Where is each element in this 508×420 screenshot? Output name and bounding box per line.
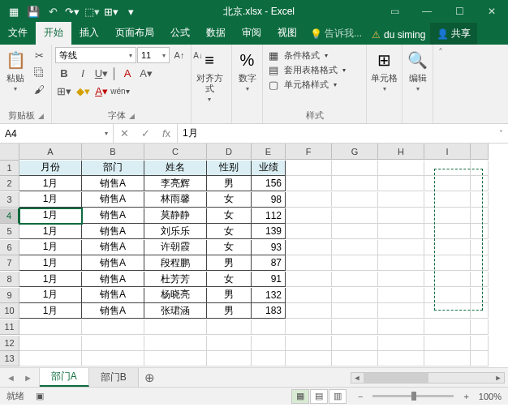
cell[interactable]: 132 bbox=[252, 288, 286, 303]
cell[interactable]: 男 bbox=[207, 303, 252, 319]
column-header[interactable]: G bbox=[332, 144, 378, 160]
macro-record-icon[interactable]: ▣ bbox=[36, 391, 44, 401]
row-header[interactable]: 2 bbox=[0, 176, 19, 191]
cell[interactable] bbox=[471, 336, 489, 351]
cell[interactable]: 1月 bbox=[19, 240, 82, 255]
cell[interactable]: 女 bbox=[207, 272, 252, 287]
cell[interactable]: 段程鹏 bbox=[144, 255, 207, 271]
cell[interactable] bbox=[286, 224, 332, 239]
cell[interactable]: 1月 bbox=[19, 272, 82, 287]
cell[interactable]: 李亮辉 bbox=[144, 176, 207, 191]
row-header[interactable]: 1 bbox=[0, 161, 19, 176]
row-header[interactable]: 5 bbox=[0, 224, 19, 239]
tab-insert[interactable]: 插入 bbox=[71, 22, 107, 45]
minimize-button[interactable]: ― bbox=[411, 0, 443, 23]
cell[interactable] bbox=[332, 176, 378, 191]
column-header[interactable]: F bbox=[286, 144, 332, 160]
cell[interactable] bbox=[252, 351, 286, 366]
cell[interactable]: 男 bbox=[207, 288, 252, 303]
row-header[interactable]: 11 bbox=[0, 319, 19, 335]
cell[interactable] bbox=[252, 336, 286, 351]
cell[interactable] bbox=[19, 319, 82, 335]
save-icon[interactable]: 💾 bbox=[24, 2, 42, 20]
expand-formula-bar-icon[interactable]: ˅ bbox=[493, 124, 508, 143]
cell[interactable] bbox=[252, 319, 286, 335]
tab-file[interactable]: 文件 bbox=[0, 22, 36, 45]
column-header[interactable]: A bbox=[19, 144, 82, 160]
cell[interactable]: 女 bbox=[207, 240, 252, 255]
row-header[interactable]: 13 bbox=[0, 351, 19, 366]
cell[interactable]: 林雨馨 bbox=[144, 192, 207, 208]
cell[interactable]: 刘乐乐 bbox=[144, 224, 207, 239]
horizontal-scrollbar[interactable]: ◄► bbox=[351, 372, 505, 384]
cell[interactable]: 杜芳芳 bbox=[144, 272, 207, 287]
cell[interactable] bbox=[286, 176, 332, 191]
cell[interactable] bbox=[19, 336, 82, 351]
row-header[interactable]: 9 bbox=[0, 288, 19, 303]
cell[interactable] bbox=[286, 161, 332, 176]
cell[interactable]: 销售A bbox=[82, 240, 144, 255]
underline-button[interactable]: U▾ bbox=[93, 65, 110, 81]
format-table-button[interactable]: ▤套用表格格式▾ bbox=[266, 63, 346, 76]
cell[interactable]: 女 bbox=[207, 192, 252, 208]
cell[interactable] bbox=[424, 224, 471, 239]
cell[interactable]: 1月 bbox=[19, 288, 82, 303]
cell[interactable]: 1月 bbox=[19, 192, 82, 208]
cell[interactable] bbox=[378, 240, 424, 255]
cell[interactable] bbox=[286, 351, 332, 366]
cell[interactable] bbox=[332, 336, 378, 351]
cell[interactable]: 女 bbox=[207, 224, 252, 239]
zoom-slider[interactable] bbox=[372, 395, 454, 397]
tab-layout[interactable]: 页面布局 bbox=[107, 22, 162, 45]
close-button[interactable]: ✕ bbox=[476, 0, 508, 23]
cell[interactable]: 销售A bbox=[82, 208, 144, 224]
row-header[interactable]: 7 bbox=[0, 255, 19, 271]
cell[interactable] bbox=[19, 351, 82, 366]
zoom-level[interactable]: 100% bbox=[479, 392, 502, 401]
cell[interactable]: 销售A bbox=[82, 255, 144, 271]
bold-button[interactable]: B bbox=[55, 65, 73, 81]
cell[interactable] bbox=[471, 208, 489, 224]
cell[interactable]: 93 bbox=[252, 240, 286, 255]
cell[interactable] bbox=[207, 319, 252, 335]
cell[interactable] bbox=[424, 161, 471, 176]
cell[interactable] bbox=[82, 336, 144, 351]
cell[interactable] bbox=[332, 240, 378, 255]
tab-formulas[interactable]: 公式 bbox=[162, 22, 198, 45]
cell[interactable] bbox=[378, 208, 424, 224]
cell[interactable]: 部门 bbox=[82, 161, 144, 176]
cell[interactable]: 月份 bbox=[19, 161, 82, 176]
page-break-view-button[interactable]: ▥ bbox=[329, 389, 347, 404]
phonetic-button[interactable]: wén▾ bbox=[111, 83, 129, 99]
cell[interactable] bbox=[286, 240, 332, 255]
border-button[interactable]: ⊞▾ bbox=[55, 83, 73, 99]
cell[interactable] bbox=[207, 336, 252, 351]
cell-styles-button[interactable]: ▢单元格样式▾ bbox=[266, 78, 346, 91]
cell[interactable] bbox=[378, 303, 424, 319]
cell[interactable] bbox=[332, 288, 378, 303]
cell[interactable] bbox=[332, 303, 378, 319]
cell[interactable] bbox=[332, 255, 378, 271]
cell[interactable] bbox=[424, 176, 471, 191]
cell[interactable]: 销售A bbox=[82, 288, 144, 303]
maximize-button[interactable]: ☐ bbox=[443, 0, 476, 23]
tab-data[interactable]: 数据 bbox=[198, 22, 234, 45]
sheet-tab-a[interactable]: 部门A bbox=[40, 368, 89, 387]
cell[interactable] bbox=[378, 319, 424, 335]
cell[interactable]: 男 bbox=[207, 176, 252, 191]
undo-icon[interactable]: ↶ bbox=[44, 2, 62, 20]
column-header[interactable]: E bbox=[252, 144, 286, 160]
cell[interactable]: 销售A bbox=[82, 176, 144, 191]
cell[interactable] bbox=[424, 240, 471, 255]
cell[interactable] bbox=[424, 336, 471, 351]
cell[interactable] bbox=[378, 161, 424, 176]
cell[interactable] bbox=[286, 255, 332, 271]
add-sheet-button[interactable]: ⊕ bbox=[139, 368, 161, 387]
cell[interactable] bbox=[286, 303, 332, 319]
cell[interactable] bbox=[378, 192, 424, 208]
cell[interactable]: 销售A bbox=[82, 192, 144, 208]
cell[interactable]: 1月 bbox=[19, 303, 82, 319]
autosave-icon[interactable]: ▦ bbox=[5, 2, 23, 20]
cut-icon[interactable]: ✂ bbox=[30, 47, 48, 63]
cell[interactable] bbox=[286, 288, 332, 303]
